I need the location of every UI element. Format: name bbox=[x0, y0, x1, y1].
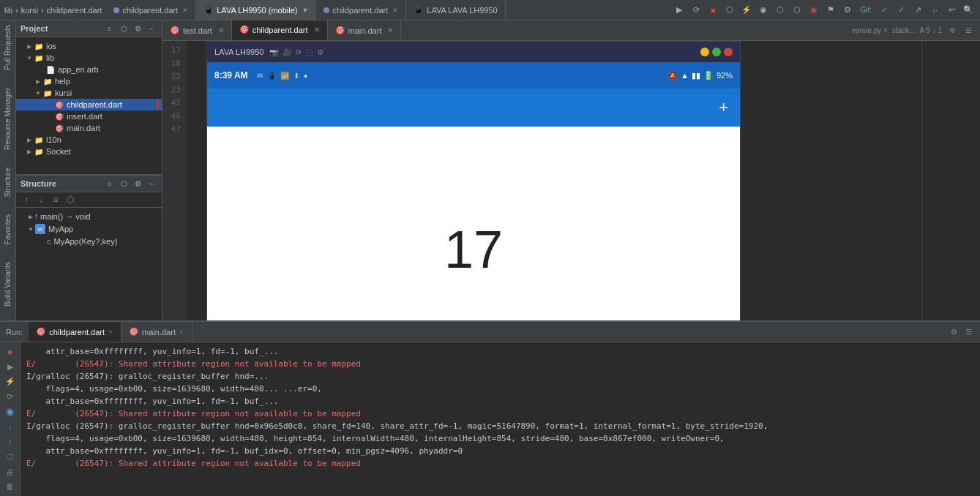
console-line-9: attr_base=0xffffffff, yuv_info=1, fd=-1,… bbox=[26, 445, 974, 457]
struct-minimize-icon[interactable]: − bbox=[146, 178, 157, 189]
tab-close-test[interactable]: ✕ bbox=[218, 26, 224, 34]
favorites-label[interactable]: Favorites bbox=[4, 214, 12, 244]
console-output[interactable]: attr_base=0xffffffff, yuv_info=1, fd=-1,… bbox=[20, 342, 980, 496]
struct-item-myapp-key[interactable]: c MyApp(Key?,key) bbox=[16, 236, 162, 247]
search-icon[interactable]: 🔍 bbox=[961, 3, 976, 18]
project-settings-icon[interactable]: ⚙ bbox=[132, 23, 143, 34]
record-icon[interactable]: ◉ bbox=[807, 3, 821, 18]
console-lightning-icon[interactable]: ⚡ bbox=[3, 375, 18, 388]
tree-item-lib[interactable]: ▼ 📁 lib bbox=[16, 52, 162, 64]
stop-icon[interactable]: ■ bbox=[706, 3, 720, 18]
console-wrap-icon[interactable]: ⬡ bbox=[3, 451, 18, 464]
camera-icon: 📷 bbox=[269, 48, 278, 56]
git-history-icon[interactable]: ○ bbox=[927, 3, 942, 18]
phone2-icon: 📱 bbox=[267, 72, 276, 80]
bookmark-icon[interactable]: ⚑ bbox=[823, 3, 838, 18]
editor-settings-icon[interactable]: ⚙ bbox=[946, 25, 958, 37]
breadcrumb-kursi: kursi bbox=[21, 6, 38, 15]
editor-tab-main[interactable]: 🎯 main.dart ✕ bbox=[328, 20, 402, 40]
tree-item-ios[interactable]: ▶ 📁 ios bbox=[16, 40, 162, 52]
phone-android-statusbar: 8:39 AM ✉ 📱 📶 ⬇ ● 🔕 ▲ ▮▮ 🔋 92% bbox=[207, 62, 740, 89]
top-tab-childparent2[interactable]: childparent.dart ✕ bbox=[316, 0, 406, 20]
stop-run-icon[interactable]: ■ bbox=[3, 345, 18, 358]
console-reload-icon[interactable]: ⟳ bbox=[3, 391, 18, 404]
phone-close-btn[interactable] bbox=[724, 48, 733, 56]
editor-tab-childparent[interactable]: 🎯 childparent.dart ✕ bbox=[232, 20, 328, 40]
struct-sort2-icon[interactable]: ≡ bbox=[50, 194, 61, 206]
reload-icon[interactable]: ⟳ bbox=[689, 3, 703, 18]
fab-plus-icon[interactable]: + bbox=[719, 98, 728, 117]
tree-item-arb[interactable]: 📄 app_en.arb bbox=[16, 64, 162, 75]
settings-icon[interactable]: ⚙ bbox=[840, 3, 855, 18]
phone-status-icons: ✉ 📱 📶 ⬇ ● bbox=[257, 72, 308, 80]
console-run-icon[interactable]: ▶ bbox=[3, 361, 18, 374]
struct-item-main[interactable]: ▶ f main() → void bbox=[16, 211, 162, 222]
struct-down-icon[interactable]: ↓ bbox=[35, 194, 47, 206]
phone-settings-icon[interactable]: ⚙ bbox=[317, 48, 323, 56]
console-clear-icon[interactable]: 🗑 bbox=[3, 481, 18, 494]
run-menu-icon[interactable]: ☰ bbox=[962, 326, 974, 338]
editor-menu-icon[interactable]: ☰ bbox=[962, 25, 974, 37]
run-tab-main[interactable]: 🎯 main.dart ✕ bbox=[121, 322, 192, 342]
undo-icon[interactable]: ↩ bbox=[944, 3, 959, 18]
tree-item-main[interactable]: 🎯 main.dart bbox=[16, 122, 162, 134]
phone-device-name: LAVA LH9950 bbox=[214, 48, 263, 56]
run-settings-icon[interactable]: ⚙ bbox=[948, 326, 960, 338]
console-up-icon[interactable]: ↑ bbox=[3, 435, 18, 448]
tab-close-childparent[interactable]: ✕ bbox=[314, 26, 320, 34]
sim-icon: 📶 bbox=[280, 72, 289, 80]
tab-close-main[interactable]: ✕ bbox=[387, 26, 393, 34]
resource-manager-label[interactable]: Resource Manager bbox=[4, 88, 12, 150]
git-check2-icon[interactable]: ✓ bbox=[894, 3, 908, 18]
tree-item-kursi[interactable]: ▼ 📁 kursi bbox=[16, 87, 162, 99]
run-tab-close-childparent[interactable]: ✕ bbox=[108, 328, 113, 336]
struct-settings-icon[interactable]: ⚙ bbox=[132, 178, 143, 189]
struct-arrow-main: ▶ bbox=[26, 212, 35, 221]
top-tab-device[interactable]: 📱 LAVA LH9950 (mobile) ▼ bbox=[196, 0, 316, 20]
project-sort-icon[interactable]: ⬡ bbox=[118, 23, 130, 34]
coverage-icon[interactable]: ⬡ bbox=[722, 3, 737, 18]
editor-tab-test[interactable]: 🎯 test.dart ✕ bbox=[162, 20, 232, 40]
top-tab-lava[interactable]: 📱 LAVA LAVA LH9950 bbox=[406, 0, 505, 20]
console-filter-icon[interactable]: ◉ bbox=[3, 405, 18, 418]
struct-filter-icon[interactable]: ⬡ bbox=[118, 178, 130, 189]
lightning-icon[interactable]: ⚡ bbox=[739, 3, 754, 18]
console-line-3: I/gralloc (26547): gralloc_register_buff… bbox=[26, 370, 974, 383]
git-push-icon[interactable]: ↗ bbox=[910, 3, 925, 18]
tools-icon[interactable]: ⬡ bbox=[773, 3, 788, 18]
stack-tab: stack... bbox=[892, 26, 916, 34]
run-tab-close-main[interactable]: ✕ bbox=[179, 328, 184, 336]
phone-title-left: LAVA LH9950 📷 🎥 ⟳ ⬚ ⚙ bbox=[214, 48, 323, 56]
run-icon[interactable]: ▶ bbox=[672, 3, 687, 18]
console-down-icon[interactable]: ↓ bbox=[3, 421, 18, 434]
project-minimize-icon[interactable]: − bbox=[146, 23, 157, 34]
struct-item-myapp[interactable]: ▼ W MyApp bbox=[16, 222, 162, 236]
phone2-icon: 📱 bbox=[414, 5, 424, 15]
inspect-icon[interactable]: ⬡ bbox=[790, 3, 804, 18]
pull-requests-label[interactable]: Pull Requests bbox=[4, 25, 12, 70]
counter-display: 17 bbox=[444, 219, 503, 279]
tree-item-childparent[interactable]: 🎯 childparent.dart bbox=[16, 99, 162, 110]
breadcrumb-file: childparent.dart bbox=[47, 6, 102, 15]
rotate-icon: ⟳ bbox=[296, 48, 302, 56]
structure-panel-header: Structure ≡ ⬡ ⚙ − bbox=[16, 176, 162, 192]
tree-item-help[interactable]: ▶ 📁 help bbox=[16, 75, 162, 87]
tree-item-l10n[interactable]: ▶ 📁 l10n bbox=[16, 134, 162, 146]
build-variants-label[interactable]: Build Variants bbox=[4, 262, 12, 307]
run-tab-childparent[interactable]: 🎯 childparent.dart ✕ bbox=[29, 322, 121, 342]
struct-sort-icon[interactable]: ≡ bbox=[104, 178, 116, 189]
breakpoint-icon[interactable]: ◉ bbox=[756, 3, 771, 18]
git-check-icon[interactable]: ✓ bbox=[877, 3, 891, 18]
phone-maximize-btn[interactable] bbox=[712, 48, 721, 56]
folder-l10n-icon: 📁 bbox=[34, 135, 44, 145]
tree-item-socket[interactable]: ▶ 📁 Socket bbox=[16, 146, 162, 157]
struct-up-icon[interactable]: ↑ bbox=[20, 194, 32, 206]
tree-item-insert[interactable]: 🎯 insert.dart bbox=[16, 110, 162, 122]
console-line-7: I/gralloc (26547): gralloc_register_buff… bbox=[26, 420, 974, 432]
structure-label[interactable]: Structure bbox=[4, 168, 12, 198]
project-collapse-icon[interactable]: ≡ bbox=[104, 23, 116, 34]
top-tab-childparent[interactable]: childparent.dart ✕ bbox=[106, 0, 196, 20]
struct-autoscroll-icon[interactable]: ⬡ bbox=[64, 194, 76, 206]
console-print-icon[interactable]: 🖨 bbox=[3, 465, 18, 478]
phone-minimize-btn[interactable] bbox=[700, 48, 709, 56]
